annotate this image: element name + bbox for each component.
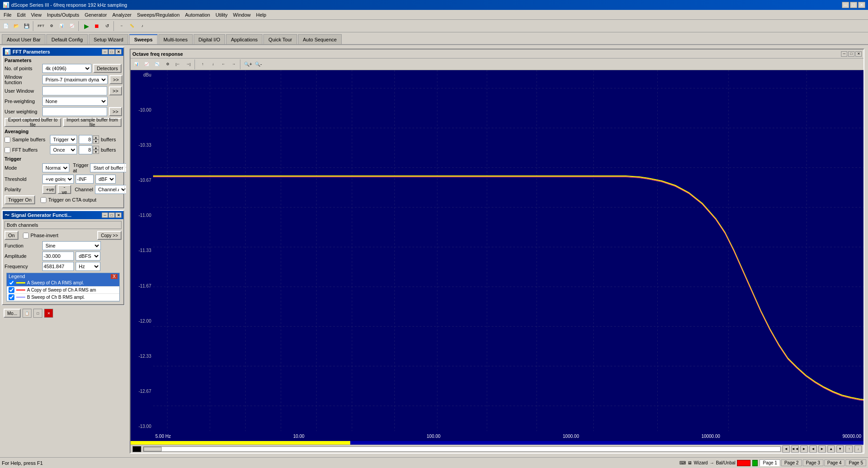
page-tab-1[interactable]: Page 1	[760, 459, 780, 466]
tb-new[interactable]: 📄	[1, 21, 11, 31]
graph-min[interactable]: ─	[841, 51, 847, 57]
menu-help[interactable]: Help	[253, 11, 269, 18]
tb-play[interactable]: ▶	[81, 21, 91, 31]
menu-generator[interactable]: Generator	[82, 11, 110, 18]
gt-btn8[interactable]: ↓	[208, 59, 218, 69]
user-weighting-expand[interactable]: >>	[109, 107, 122, 116]
menu-file[interactable]: File	[1, 11, 14, 18]
fft-panel-minimize[interactable]: ─	[102, 49, 108, 54]
tab-digital-io[interactable]: Digital I/O	[194, 34, 225, 44]
tb-stop[interactable]: ⏹	[92, 21, 102, 31]
page-tab-2[interactable]: Page 2	[781, 459, 802, 466]
scroll-nav-7[interactable]: ▼	[836, 446, 844, 453]
tb-btn3[interactable]: 📊	[57, 21, 67, 31]
legend-item-1[interactable]: A Copy of Sweep of Ch A RMS am	[7, 287, 119, 294]
trigger-on-cta-checkbox[interactable]	[41, 197, 46, 203]
page-tab-3[interactable]: Page 3	[803, 459, 823, 466]
amplitude-input[interactable]	[42, 252, 74, 261]
scroll-nav-6[interactable]: ▲	[827, 446, 835, 453]
mo-button[interactable]: Mo...	[4, 309, 21, 318]
detectors-button[interactable]: Detectors	[93, 64, 122, 73]
gt-btn10[interactable]: →	[229, 59, 239, 69]
tab-multi-tones[interactable]: Multi-tones	[158, 34, 193, 44]
gt-btn2[interactable]: 📈	[142, 59, 152, 69]
no-of-points-select[interactable]: 4k (4096) 1k (1024) 2k (2048) 8k (8192)	[42, 64, 91, 73]
page-tab-5[interactable]: Page 5	[845, 459, 866, 466]
gt-btn6[interactable]: →|	[183, 59, 193, 69]
window-function-select[interactable]: Prism-7 (maximum dynamic range)	[42, 75, 108, 84]
sample-buffers-checkbox[interactable]	[5, 137, 10, 143]
scroll-nav-9[interactable]: ↓	[854, 446, 862, 453]
menu-automation[interactable]: Automation	[182, 11, 213, 18]
sample-buffers-mode[interactable]: Triggered Once	[50, 135, 77, 144]
polarity-neg-button[interactable]: -ve	[58, 185, 71, 194]
menu-window[interactable]: Window	[231, 11, 253, 18]
tab-sweeps[interactable]: Sweeps	[129, 34, 158, 44]
plot-area[interactable]	[153, 70, 863, 431]
tb-repeat[interactable]: ↺	[102, 21, 112, 31]
amplitude-unit-select[interactable]: dBFS Vrms	[76, 252, 100, 261]
scroll-nav-4[interactable]: ◄	[809, 446, 817, 453]
tb-gen[interactable]: ♪	[137, 21, 147, 31]
minimize-button[interactable]: ─	[842, 2, 849, 8]
bc-close[interactable]: ✕	[44, 309, 53, 318]
fft-buffers-count-input[interactable]	[79, 145, 92, 154]
bc-btn1[interactable]: 📋	[23, 309, 32, 318]
gt-btn4[interactable]: ⚙	[163, 59, 172, 69]
scrollbar-thumb[interactable]	[144, 447, 162, 451]
menu-sweeps[interactable]: Sweeps/Regulation	[134, 11, 182, 18]
threshold-going-select[interactable]: +ve going -ve going	[42, 175, 74, 184]
menu-view[interactable]: View	[28, 11, 45, 18]
function-select[interactable]: Sine Cosine Square Triangle	[42, 241, 101, 250]
page-tab-4[interactable]: Page 4	[824, 459, 845, 466]
scrollbar-track[interactable]	[143, 446, 781, 452]
import-buffer-button[interactable]: Import sample buffer from file	[63, 118, 122, 127]
scroll-nav-8[interactable]: ↑	[845, 446, 853, 453]
threshold-unit-select[interactable]: dBFS	[95, 175, 116, 184]
tab-about-user-bar[interactable]: About User Bar	[2, 34, 45, 44]
gt-btn1[interactable]: 📊	[131, 59, 141, 69]
fft-panel-maximize[interactable]: □	[108, 49, 115, 54]
on-button[interactable]: On	[5, 231, 18, 240]
channel-select[interactable]: Channel A Channel B	[95, 185, 126, 194]
tb-scope[interactable]: ~	[117, 21, 127, 31]
user-window-input[interactable]	[42, 86, 107, 95]
tb-btn2[interactable]: ⚙	[46, 21, 56, 31]
scroll-nav-1[interactable]: ◄	[782, 446, 790, 453]
trigger-on-button[interactable]: Trigger On	[5, 195, 35, 204]
legend-item-2-checkbox[interactable]	[9, 294, 14, 300]
tab-default-config[interactable]: Default Config	[46, 34, 88, 44]
window-expand-button[interactable]: >>	[109, 75, 122, 84]
legend-item-0-checkbox[interactable]	[9, 280, 14, 286]
threshold-value-input[interactable]	[76, 175, 94, 184]
tab-applications[interactable]: Applications	[226, 34, 262, 44]
gt-btn5[interactable]: |←	[173, 59, 183, 69]
gt-btn3[interactable]: 📉	[152, 59, 162, 69]
menu-utility[interactable]: Utility	[213, 11, 231, 18]
tb-open[interactable]: 📂	[11, 21, 21, 31]
tab-auto-sequence[interactable]: Auto Sequence	[298, 34, 342, 44]
polarity-pos-button[interactable]: +ve	[42, 185, 56, 194]
fft-buffers-mode[interactable]: Once Triggered	[50, 145, 77, 154]
sig-gen-close[interactable]: ✕	[115, 212, 122, 218]
legend-item-1-checkbox[interactable]	[9, 287, 14, 293]
bc-btn2[interactable]: □	[33, 309, 42, 318]
menu-analyzer[interactable]: Analyzer	[109, 11, 134, 18]
menu-edit[interactable]: Edit	[14, 11, 28, 18]
title-bar-buttons[interactable]: ─ □ ✕	[842, 2, 865, 8]
sample-buffers-down[interactable]: ▼	[93, 140, 99, 144]
tb-btn4[interactable]: 📈	[67, 21, 77, 31]
fft-buffers-checkbox[interactable]	[5, 147, 10, 153]
copy-button[interactable]: Copy >>	[97, 231, 122, 240]
gt-btn9[interactable]: ←	[218, 59, 228, 69]
close-button[interactable]: ✕	[858, 2, 865, 8]
tb-measure[interactable]: 📏	[127, 21, 137, 31]
tab-setup-wizard[interactable]: Setup Wizard	[89, 34, 128, 44]
fft-buffers-down[interactable]: ▼	[93, 150, 99, 154]
tb-save[interactable]: 💾	[22, 21, 32, 31]
gt-btn7[interactable]: ↑	[198, 59, 208, 69]
user-weighting-input[interactable]	[42, 107, 107, 116]
trigger-mode-select[interactable]: Normal Auto Single	[42, 163, 69, 172]
tb-btn1[interactable]: FFT	[36, 21, 46, 31]
graph-max[interactable]: □	[848, 51, 854, 57]
